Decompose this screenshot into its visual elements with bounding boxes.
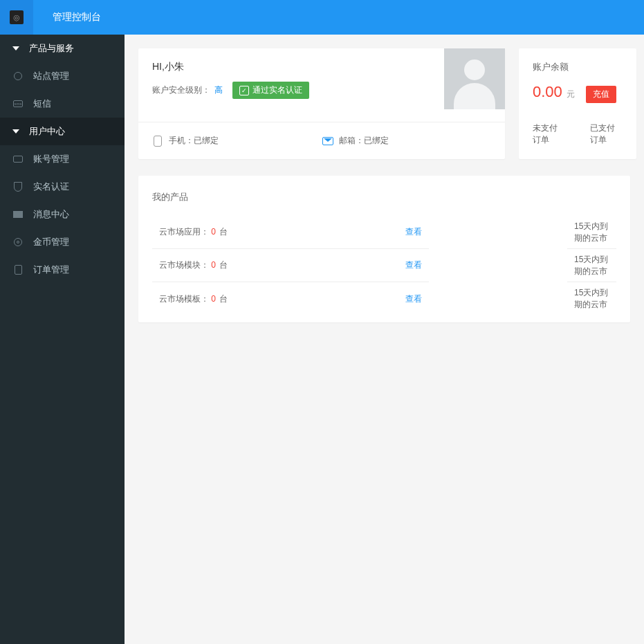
sidebar-item-sms[interactable]: sms 短信: [0, 90, 125, 118]
unpaid-orders-link[interactable]: 未支付订单: [533, 122, 565, 146]
balance-card: 账户余额 0.00 元 充值 未支付订单 已支付订单: [519, 48, 636, 159]
topbar: ◎ 管理控制台: [0, 0, 644, 35]
expire-row: 15天内到期的云市: [567, 216, 616, 249]
product-row: 云市场应用： 0 台 查看: [152, 216, 429, 249]
paid-orders-link[interactable]: 已支付订单: [590, 122, 623, 146]
coin-icon: [12, 237, 24, 248]
sidebar-group-products[interactable]: 产品与服务: [0, 35, 125, 62]
sidebar-item-account[interactable]: 账号管理: [0, 145, 125, 173]
sidebar: 产品与服务 站点管理 sms 短信 用户中心 账号管理 实名认证 消息中心: [0, 35, 125, 644]
shield-icon: [12, 181, 24, 192]
sidebar-item-label: 金币管理: [33, 236, 69, 248]
product-count: 0: [211, 260, 216, 270]
sidebar-item-label: 账号管理: [33, 153, 69, 165]
cube-icon: [12, 71, 24, 82]
sidebar-item-messages[interactable]: 消息中心: [0, 201, 125, 228]
product-row: 云市场模板： 0 台 查看: [152, 282, 429, 315]
sidebar-item-coin[interactable]: 金币管理: [0, 228, 125, 256]
page-title: 管理控制台: [33, 11, 120, 24]
sidebar-item-site[interactable]: 站点管理: [0, 62, 125, 90]
verified-label: 通过实名认证: [252, 84, 302, 96]
view-link[interactable]: 查看: [405, 226, 422, 238]
view-link[interactable]: 查看: [405, 259, 422, 271]
sidebar-item-verify[interactable]: 实名认证: [0, 173, 125, 201]
balance-amount: 0.00: [533, 83, 562, 101]
sidebar-item-label: 实名认证: [33, 181, 69, 193]
product-row: 云市场模块： 0 台 查看: [152, 249, 429, 282]
recharge-button[interactable]: 充值: [586, 86, 616, 103]
phone-binding: 手机：已绑定: [152, 135, 219, 147]
check-icon: ✓: [239, 86, 249, 95]
product-count: 0: [211, 294, 216, 304]
expire-label: 15天内到期的云市: [574, 254, 609, 277]
expire-row: 15天内到期的云市: [567, 249, 616, 282]
mail-icon: [322, 136, 333, 147]
product-name: 云市场模板：: [159, 294, 209, 304]
sidebar-item-label: 站点管理: [33, 70, 69, 82]
clipboard-icon: [12, 264, 24, 275]
verified-badge: ✓ 通过实名认证: [232, 82, 309, 99]
sidebar-item-label: 短信: [33, 98, 51, 110]
sms-icon: sms: [12, 98, 24, 109]
product-name: 云市场应用：: [159, 227, 209, 237]
product-unit: 台: [219, 227, 228, 237]
sidebar-group-label: 用户中心: [29, 125, 65, 138]
email-label: 邮箱：已绑定: [339, 135, 389, 147]
expire-label: 15天内到期的云市: [574, 221, 609, 244]
sidebar-item-orders[interactable]: 订单管理: [0, 256, 125, 284]
products-title: 我的产品: [152, 191, 616, 203]
expire-row: 15天内到期的云市: [567, 282, 616, 315]
products-card: 我的产品 云市场应用： 0 台 查看 云市场模块： 0 台: [138, 176, 630, 322]
phone-icon: [152, 136, 163, 147]
mail-icon: [12, 209, 24, 220]
expire-label: 15天内到期的云市: [574, 287, 609, 311]
main: HI,小朱 账户安全级别： 高 ✓ 通过实名认证: [125, 35, 644, 644]
user-card: HI,小朱 账户安全级别： 高 ✓ 通过实名认证: [138, 48, 505, 159]
email-binding: 邮箱：已绑定: [322, 135, 389, 147]
balance-unit: 元: [567, 89, 575, 100]
avatar: [444, 48, 505, 109]
caret-down-icon: [12, 129, 19, 134]
view-link[interactable]: 查看: [405, 293, 422, 305]
logo-icon: ◎: [10, 10, 24, 24]
id-icon: [12, 154, 24, 165]
logo[interactable]: ◎: [0, 0, 33, 35]
sidebar-item-label: 订单管理: [33, 264, 69, 276]
product-unit: 台: [219, 260, 228, 270]
product-count: 0: [211, 227, 216, 237]
product-name: 云市场模块：: [159, 260, 209, 270]
sidebar-group-label: 产品与服务: [29, 42, 74, 55]
balance-title: 账户余额: [533, 61, 623, 73]
caret-down-icon: [12, 46, 19, 50]
security-label: 账户安全级别：: [152, 84, 210, 96]
security-level: 高: [214, 84, 223, 96]
sidebar-item-label: 消息中心: [33, 208, 69, 221]
greeting: HI,小朱: [152, 61, 444, 73]
sidebar-group-user[interactable]: 用户中心: [0, 118, 125, 145]
phone-label: 手机：已绑定: [169, 135, 219, 147]
product-unit: 台: [219, 294, 228, 304]
